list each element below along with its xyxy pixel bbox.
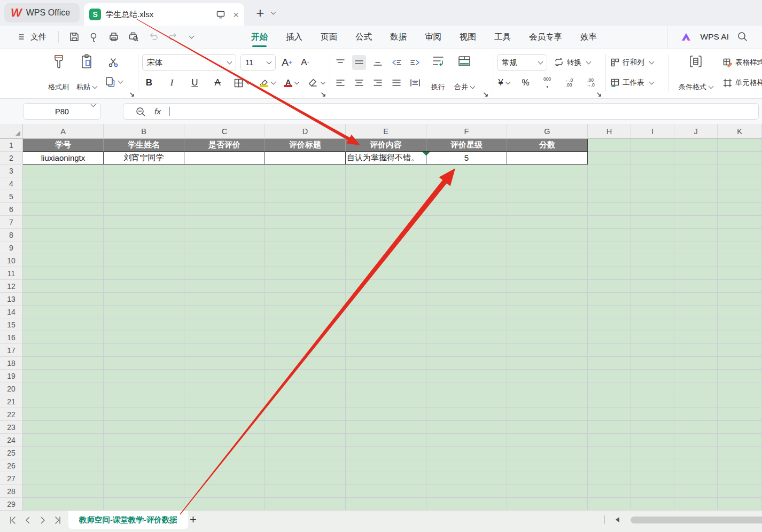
row-header-18[interactable]: 18: [0, 357, 23, 370]
row-header-8[interactable]: 8: [0, 229, 23, 241]
cell-A19[interactable]: [23, 370, 104, 382]
row-header-10[interactable]: 10: [0, 254, 23, 267]
copy-button[interactable]: [104, 74, 122, 89]
cell-I29[interactable]: [631, 498, 674, 510]
row-header-27[interactable]: 27: [0, 472, 23, 485]
cell-G24[interactable]: [507, 434, 588, 447]
row-header-15[interactable]: 15: [0, 318, 23, 331]
cell-C3[interactable]: [184, 165, 265, 177]
cell-F12[interactable]: [426, 280, 507, 293]
cell-C7[interactable]: [184, 216, 265, 229]
strikethrough-button[interactable]: A: [211, 75, 224, 90]
cell-A8[interactable]: [23, 229, 104, 241]
cell-I15[interactable]: [631, 318, 674, 331]
cell-I6[interactable]: [631, 203, 674, 216]
cell-B21[interactable]: [104, 395, 184, 408]
cell-H25[interactable]: [588, 447, 631, 459]
cell-E19[interactable]: [346, 370, 426, 382]
row-header-6[interactable]: 6: [0, 203, 23, 216]
cell-K17[interactable]: [718, 344, 762, 357]
cell-G18[interactable]: [507, 357, 588, 370]
cell-J14[interactable]: [674, 306, 718, 318]
cell-A9[interactable]: [23, 241, 104, 254]
cell-E7[interactable]: [346, 216, 426, 229]
row-header-1[interactable]: 1: [0, 139, 23, 152]
cell-K6[interactable]: [718, 203, 762, 216]
cell-D11[interactable]: [265, 267, 346, 280]
distributed-button[interactable]: [408, 75, 422, 90]
cell-C2[interactable]: [184, 152, 265, 165]
cell-B16[interactable]: [104, 331, 184, 344]
cell-C14[interactable]: [184, 306, 265, 318]
cell-D25[interactable]: [265, 447, 346, 459]
cell-B19[interactable]: [104, 370, 184, 382]
cell-C19[interactable]: [184, 370, 265, 382]
menu-tab-10[interactable]: 效率: [580, 26, 597, 48]
cell-B6[interactable]: [104, 203, 184, 216]
cell-B28[interactable]: [104, 485, 184, 498]
formula-bar[interactable]: fx: [123, 103, 759, 120]
wps-office-menu-button[interactable]: W WPS Office: [4, 3, 80, 22]
cell-C29[interactable]: [184, 498, 265, 510]
cell-B14[interactable]: [104, 306, 184, 318]
cell-H17[interactable]: [588, 344, 631, 357]
cell-I25[interactable]: [631, 447, 674, 459]
cell-K25[interactable]: [718, 447, 762, 459]
merge-cells-button[interactable]: 合并: [454, 53, 475, 92]
cell-B4[interactable]: [104, 177, 184, 190]
row-header-28[interactable]: 28: [0, 485, 23, 498]
cell-D8[interactable]: [265, 229, 346, 241]
cell-H7[interactable]: [588, 216, 631, 229]
cell-D13[interactable]: [265, 293, 346, 306]
file-menu-button[interactable]: 文件: [18, 32, 46, 42]
cell-F28[interactable]: [426, 485, 507, 498]
paste-button[interactable]: 粘贴: [76, 53, 97, 92]
cell-C10[interactable]: [184, 254, 265, 267]
cell-A3[interactable]: [23, 165, 104, 177]
cell-H22[interactable]: [588, 408, 631, 421]
cell-J7[interactable]: [674, 216, 718, 229]
worksheet-button[interactable]: 工作表: [610, 78, 654, 88]
cell-A22[interactable]: [23, 408, 104, 421]
cell-D9[interactable]: [265, 241, 346, 254]
col-header-F[interactable]: F: [426, 124, 507, 139]
cell-J16[interactable]: [674, 331, 718, 344]
cell-C21[interactable]: [184, 395, 265, 408]
menu-tab-3[interactable]: 页面: [321, 26, 337, 48]
cell-F7[interactable]: [426, 216, 507, 229]
cell-G26[interactable]: [507, 459, 588, 472]
cell-E4[interactable]: [346, 177, 426, 190]
col-header-B[interactable]: B: [104, 124, 184, 139]
cell-B20[interactable]: [104, 382, 184, 395]
cell-H24[interactable]: [588, 434, 631, 447]
cell-D5[interactable]: [265, 190, 346, 203]
cell-J25[interactable]: [674, 447, 718, 459]
cell-I14[interactable]: [631, 306, 674, 318]
cell-A21[interactable]: [23, 395, 104, 408]
cell-F6[interactable]: [426, 203, 507, 216]
cell-C26[interactable]: [184, 459, 265, 472]
wrap-text-button[interactable]: 换行: [431, 53, 446, 92]
alignment-expand-icon[interactable]: [484, 92, 488, 97]
cell-B25[interactable]: [104, 447, 184, 459]
cell-F11[interactable]: [426, 267, 507, 280]
cell-E26[interactable]: [346, 459, 426, 472]
rows-columns-button[interactable]: 行和列: [610, 58, 654, 67]
cell-C1[interactable]: 是否评价: [184, 139, 265, 152]
cell-J29[interactable]: [674, 498, 718, 510]
last-sheet-icon[interactable]: [52, 515, 63, 526]
cell-E6[interactable]: [346, 203, 426, 216]
cell-J13[interactable]: [674, 293, 718, 306]
cell-F4[interactable]: [426, 177, 507, 190]
cell-E28[interactable]: [346, 485, 426, 498]
increase-decimal-button[interactable]: ←.0.00: [562, 75, 576, 90]
cell-H4[interactable]: [588, 177, 631, 190]
zoom-formula-icon[interactable]: [135, 106, 146, 117]
cell-J10[interactable]: [674, 254, 718, 267]
cell-K26[interactable]: [718, 459, 762, 472]
row-header-2[interactable]: 2: [0, 152, 23, 165]
print-icon[interactable]: [108, 31, 120, 43]
cell-F10[interactable]: [426, 254, 507, 267]
convert-button[interactable]: 转换: [554, 58, 590, 67]
percent-format-button[interactable]: %: [519, 75, 533, 90]
